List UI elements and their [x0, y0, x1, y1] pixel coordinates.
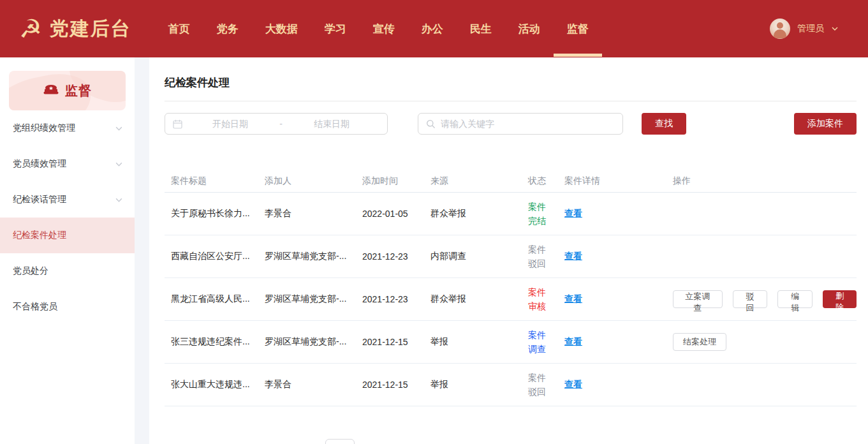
main-content: 纪检案件处理 - 查找	[149, 57, 868, 444]
col-header-time: 添加时间	[362, 175, 430, 187]
chevron-down-icon	[115, 196, 123, 204]
col-header-source: 来源	[430, 175, 528, 187]
status-badge: 案件驳回	[528, 242, 548, 270]
view-detail-link[interactable]: 查看	[564, 336, 582, 346]
case-time: 2021-12-23	[362, 251, 430, 262]
case-source: 举报	[430, 379, 528, 390]
case-title: 张三违规违纪案件...	[165, 336, 265, 348]
sidebar-header-label: 监督	[65, 82, 92, 100]
pagination-button[interactable]	[325, 439, 355, 444]
app-title: 党建后台	[50, 16, 131, 42]
nav-item-office[interactable]: 办公	[408, 0, 457, 57]
sidebar-item-label: 不合格党员	[13, 301, 57, 313]
table-row: 张大山重大违规违... 李景合 2021-12-15 举报 案件驳回 查看	[165, 364, 857, 406]
case-adder: 李景合	[265, 208, 362, 219]
case-time: 2021-12-15	[362, 337, 430, 347]
table-row: 黑龙江省高级人民... 罗湖区草埔党支部-... 2021-12-23 群众举报…	[165, 278, 857, 321]
open-investigation-button[interactable]: 立案调查	[673, 290, 723, 308]
case-source: 内部调查	[430, 251, 528, 262]
hammer-sickle-icon: ☭	[19, 16, 42, 41]
user-menu[interactable]: 管理员	[770, 18, 839, 39]
add-case-button[interactable]: 添加案件	[794, 113, 857, 135]
nav-item-supervision[interactable]: 监督	[554, 0, 602, 57]
sidebar-item-org-performance[interactable]: 党组织绩效管理	[0, 110, 135, 146]
view-detail-link[interactable]: 查看	[564, 208, 582, 218]
user-name: 管理员	[797, 23, 824, 34]
case-time: 2021-12-23	[362, 294, 430, 304]
sidebar-item-discipline-talks[interactable]: 纪检谈话管理	[0, 182, 135, 218]
edit-button[interactable]: 编辑	[777, 290, 813, 308]
case-title: 黑龙江省高级人民...	[165, 293, 265, 305]
nav-item-big-data[interactable]: 大数据	[252, 0, 311, 57]
status-badge: 案件驳回	[528, 371, 548, 399]
sidebar-item-member-performance[interactable]: 党员绩效管理	[0, 146, 135, 182]
nav-item-home[interactable]: 首页	[155, 0, 203, 57]
chevron-down-icon	[831, 25, 839, 33]
search-input[interactable]	[441, 119, 615, 129]
nav-menu: 首页 党务 大数据 学习 宣传 办公 民生 活动 监督	[155, 0, 602, 57]
sidebar-item-label: 纪检案件处理	[13, 230, 66, 241]
sidebar-menu: 党组织绩效管理 党员绩效管理 纪检谈话管理 纪检案件处理 党员处分 不合格党员	[0, 110, 135, 325]
sidebar-item-label: 党员处分	[13, 265, 48, 277]
date-range-picker[interactable]: -	[165, 113, 388, 135]
case-time: 2022-01-05	[362, 209, 430, 219]
close-case-button[interactable]: 结案处理	[673, 333, 726, 351]
nav-item-livelihood[interactable]: 民生	[457, 0, 505, 57]
table-row: 西藏自治区公安厅... 罗湖区草埔党支部-... 2021-12-23 内部调查…	[165, 235, 857, 278]
sidebar-gutter	[135, 57, 149, 444]
status-badge: 案件调查	[528, 328, 548, 356]
delete-button[interactable]: 删除	[823, 290, 857, 308]
table-row: 关于原秘书长徐力... 李景合 2022-01-05 群众举报 案件完结 查看	[165, 193, 857, 235]
status-badge: 案件审核	[528, 285, 548, 313]
sidebar-item-label: 纪检谈话管理	[13, 194, 66, 205]
case-adder: 罗湖区草埔党支部-...	[265, 293, 362, 305]
view-detail-link[interactable]: 查看	[564, 293, 582, 304]
case-adder: 李景合	[265, 379, 362, 390]
case-title: 关于原秘书长徐力...	[165, 208, 265, 219]
title-divider	[165, 101, 857, 101]
sidebar-header-card: 监督	[9, 71, 126, 110]
search-icon	[426, 119, 436, 129]
end-date-input[interactable]	[284, 119, 379, 129]
case-title: 西藏自治区公安厅...	[165, 251, 265, 262]
case-title: 张大山重大违规违...	[165, 379, 265, 390]
row-actions: 立案调查 驳回 编辑 删除	[666, 290, 857, 308]
case-adder: 罗湖区草埔党支部-...	[265, 251, 362, 262]
sidebar: 监督 党组织绩效管理 党员绩效管理 纪检谈话管理 纪检案件处理 党员处分 不	[0, 57, 135, 444]
user-avatar	[770, 18, 790, 39]
case-source: 群众举报	[430, 293, 528, 305]
start-date-input[interactable]	[182, 119, 278, 129]
status-badge: 案件完结	[528, 200, 548, 228]
date-range-separator: -	[278, 119, 284, 129]
calendar-icon	[173, 119, 182, 129]
case-time: 2021-12-15	[362, 380, 430, 390]
sidebar-item-discipline-cases[interactable]: 纪检案件处理	[0, 218, 135, 253]
nav-item-publicity[interactable]: 宣传	[360, 0, 408, 57]
cases-table: 案件标题 添加人 添加时间 来源 状态 案件详情 操作 关于原秘书长徐力... …	[165, 170, 857, 406]
sidebar-item-member-punishment[interactable]: 党员处分	[0, 253, 135, 289]
top-nav: ☭ 党建后台 首页 党务 大数据 学习 宣传 办公 民生 活动 监督 管理员	[0, 0, 868, 57]
filter-bar: - 查找 添加案件	[165, 113, 857, 135]
app-logo: ☭ 党建后台	[19, 16, 131, 42]
col-header-title: 案件标题	[165, 175, 265, 187]
nav-item-party-affairs[interactable]: 党务	[203, 0, 252, 57]
col-header-adder: 添加人	[265, 175, 362, 187]
find-button[interactable]: 查找	[642, 113, 686, 135]
case-source: 举报	[430, 336, 528, 348]
supervision-cap-icon	[43, 84, 59, 98]
page-title: 纪检案件处理	[165, 75, 857, 90]
sidebar-item-label: 党组织绩效管理	[13, 122, 75, 134]
sidebar-item-unqualified-members[interactable]: 不合格党员	[0, 289, 135, 325]
case-source: 群众举报	[430, 208, 528, 219]
reject-button[interactable]: 驳回	[733, 290, 768, 308]
keyword-search[interactable]	[418, 113, 623, 135]
view-detail-link[interactable]: 查看	[564, 251, 582, 261]
nav-item-study[interactable]: 学习	[311, 0, 360, 57]
chevron-down-icon	[115, 160, 123, 168]
col-header-actions: 操作	[666, 175, 857, 187]
view-detail-link[interactable]: 查看	[564, 379, 582, 389]
nav-item-activities[interactable]: 活动	[505, 0, 554, 57]
col-header-detail: 案件详情	[564, 175, 666, 187]
sidebar-item-label: 党员绩效管理	[13, 158, 66, 170]
case-adder: 罗湖区草埔党支部-...	[265, 336, 362, 348]
